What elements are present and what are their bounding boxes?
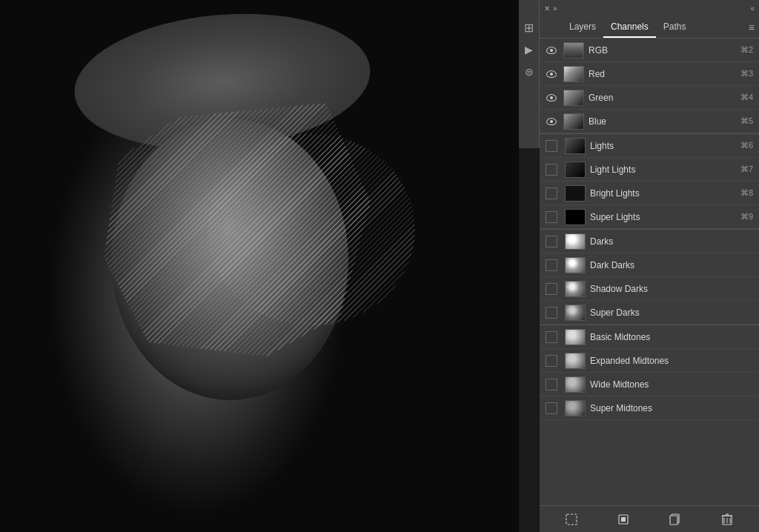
channel-thumb-basic-midtones [565,329,586,345]
channel-label-blue: Blue [587,116,740,127]
visibility-eye-rgb[interactable] [543,47,560,54]
delete-channel-button[interactable] [719,511,735,528]
channel-shortcut-super-lights: ⌘9 [740,212,753,222]
panel-menu-icon[interactable]: ≡ [749,21,755,33]
channel-label-super-midtones: Super Midtones [589,403,756,413]
tab-channels[interactable]: Channels [603,16,656,38]
channel-label-bright-lights: Bright Lights [589,188,740,199]
channel-checkbox-super-lights[interactable] [546,211,557,223]
svg-rect-4 [670,516,677,525]
svg-rect-2 [621,517,626,522]
svg-rect-0 [566,514,577,525]
channel-row-shadow-darks[interactable]: Shadow Darks [540,277,759,301]
channel-shortcut-green: ⌘4 [740,93,753,102]
channel-thumb-shadow-darks [565,281,586,297]
channel-label-darks: Darks [589,236,756,247]
channel-shortcut-bright-lights: ⌘8 [740,188,753,198]
panel-bottom-toolbar [540,505,759,532]
save-selection-button[interactable] [615,511,632,528]
channel-thumb-super-lights [565,209,586,225]
channel-row-green[interactable]: Green⌘4 [540,86,759,110]
channel-checkbox-expanded-midtones[interactable] [546,355,557,367]
channel-row-super-midtones[interactable]: Super Midtones [540,396,759,420]
channel-row-super-lights[interactable]: Super Lights⌘9 [540,205,759,229]
channel-label-lights: Lights [589,141,740,151]
channel-row-lights[interactable]: Lights⌘6 [540,134,759,158]
channel-row-dark-darks[interactable]: Dark Darks [540,253,759,277]
channel-thumb-super-midtones [565,400,586,416]
panel-tab-bar: Layers Channels Paths ≡ [540,16,759,39]
channel-shortcut-light-lights: ⌘7 [740,164,753,174]
panel-options-right-icon[interactable]: « [750,4,755,13]
channel-thumb-darks [565,233,586,250]
channel-thumb-green [563,90,584,106]
channel-row-bright-lights[interactable]: Bright Lights⌘8 [540,182,759,205]
new-channel-button[interactable] [667,511,683,528]
channel-thumb-light-lights [565,162,586,178]
channel-label-super-lights: Super Lights [589,212,740,222]
channel-checkbox-super-darks[interactable] [546,307,557,319]
channel-label-red: Red [587,69,740,79]
channel-label-wide-midtones: Wide Midtones [589,379,756,390]
channel-label-basic-midtones: Basic Midtones [589,332,756,342]
channel-checkbox-lights[interactable] [546,140,557,152]
panel-topbar: ✕ » « [540,0,759,16]
tab-paths[interactable]: Paths [656,16,694,38]
channel-label-super-darks: Super Darks [589,307,756,318]
channels-list: RGB⌘2Red⌘3Green⌘4Blue⌘5Lights⌘6Light Lig… [540,39,759,505]
tab-layers[interactable]: Layers [562,16,603,38]
channel-shortcut-red: ⌘3 [740,69,753,79]
channel-row-darks[interactable]: Darks [540,230,759,253]
channel-shortcut-lights: ⌘6 [740,141,753,150]
channel-thumb-red [563,66,584,82]
channel-row-super-darks[interactable]: Super Darks [540,301,759,325]
channel-row-wide-midtones[interactable]: Wide Midtones [540,373,759,396]
channel-row-basic-midtones[interactable]: Basic Midtones [540,325,759,349]
channel-checkbox-bright-lights[interactable] [546,187,557,199]
channel-thumb-lights [565,138,586,154]
channel-checkbox-light-lights[interactable] [546,164,557,176]
photo-background [0,0,519,532]
close-icon[interactable]: ✕ [544,4,550,13]
channel-checkbox-shadow-darks[interactable] [546,283,557,295]
channel-thumb-dark-darks [565,257,586,273]
channel-label-rgb: RGB [587,45,740,56]
channel-checkbox-wide-midtones[interactable] [546,379,557,390]
tool-properties-icon[interactable]: ⊜ [521,64,537,80]
channel-row-red[interactable]: Red⌘3 [540,62,759,86]
channel-row-light-lights[interactable]: Light Lights⌘7 [540,158,759,182]
channel-checkbox-darks[interactable] [546,236,557,247]
channel-thumb-wide-midtones [565,376,586,393]
tool-sidebar: ⊞ ▶ ⊜ [519,0,540,148]
photo-canvas [0,0,519,532]
channel-shortcut-blue: ⌘5 [740,116,753,126]
visibility-eye-green[interactable] [543,94,560,102]
channel-thumb-rgb [563,42,584,59]
channel-label-dark-darks: Dark Darks [589,260,756,270]
channel-thumb-bright-lights [565,185,586,202]
visibility-eye-blue[interactable] [543,118,560,125]
channel-label-shadow-darks: Shadow Darks [589,284,756,294]
channels-panel: ✕ » « Layers Channels Paths ≡ RGB⌘2Red⌘3… [540,0,759,532]
channel-label-green: Green [587,93,740,103]
double-arrow-icon[interactable]: » [553,4,557,13]
tool-play-icon[interactable]: ▶ [521,41,537,58]
visibility-eye-red[interactable] [543,70,560,78]
channel-label-expanded-midtones: Expanded Midtones [589,356,756,366]
channel-label-light-lights: Light Lights [589,164,740,175]
channel-thumb-blue [563,113,584,130]
channel-row-expanded-midtones[interactable]: Expanded Midtones [540,349,759,373]
channel-shortcut-rgb: ⌘2 [740,45,753,55]
tool-layers-icon[interactable]: ⊞ [521,19,537,36]
channel-row-blue[interactable]: Blue⌘5 [540,110,759,133]
channel-thumb-expanded-midtones [565,353,586,369]
channel-checkbox-dark-darks[interactable] [546,259,557,271]
channel-row-rgb[interactable]: RGB⌘2 [540,39,759,62]
channel-thumb-super-darks [565,305,586,321]
channel-checkbox-super-midtones[interactable] [546,402,557,414]
load-selection-button[interactable] [563,511,580,528]
channel-checkbox-basic-midtones[interactable] [546,331,557,343]
